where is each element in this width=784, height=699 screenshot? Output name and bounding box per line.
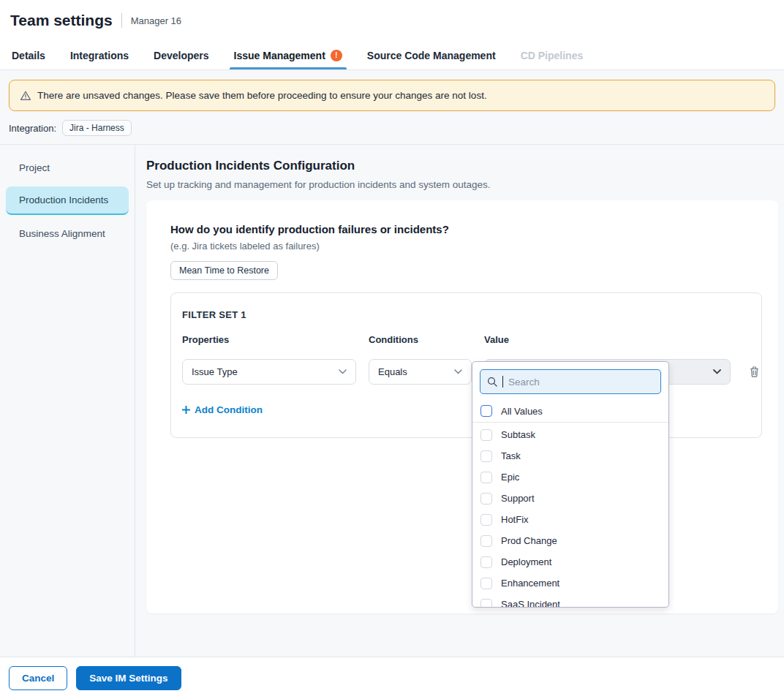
- option-subtask[interactable]: Subtask: [472, 424, 668, 445]
- conditions-column-label: Conditions: [369, 334, 472, 345]
- value-column-label: Value: [484, 334, 731, 345]
- option-checkbox[interactable]: [480, 514, 492, 526]
- incidents-config-card: How do you identify production failures …: [146, 200, 778, 613]
- team-name-label: Manager 16: [131, 15, 181, 26]
- tab-developers[interactable]: Developers: [152, 41, 210, 69]
- tab-integrations[interactable]: Integrations: [69, 41, 130, 69]
- section-subtitle: Set up tracking and management for produ…: [146, 179, 778, 190]
- option-checkbox[interactable]: [480, 556, 492, 568]
- dropdown-options-list: SubtaskTaskEpicSupportHotFixProd ChangeD…: [472, 424, 668, 608]
- tab-label: Source Code Management: [367, 50, 496, 61]
- option-epic[interactable]: Epic: [472, 466, 668, 488]
- sidebar-item-business-alignment[interactable]: Business Alignment: [6, 221, 129, 246]
- chevron-down-icon: [713, 369, 721, 374]
- option-task[interactable]: Task: [472, 445, 668, 466]
- integration-label: Integration:: [9, 123, 56, 134]
- option-checkbox[interactable]: [480, 472, 492, 483]
- settings-sidebar: ProjectProduction IncidentsBusiness Alig…: [0, 145, 135, 657]
- team-settings-page: Team settings Manager 16 DetailsIntegrat…: [0, 0, 784, 699]
- save-im-settings-button[interactable]: Save IM Settings: [76, 666, 181, 690]
- all-values-checkbox[interactable]: [480, 405, 492, 417]
- tab-source-code-management[interactable]: Source Code Management: [366, 41, 497, 69]
- option-enhancement[interactable]: Enhancement: [472, 573, 668, 594]
- question-heading: How do you identify production failures …: [170, 223, 762, 235]
- delete-condition-button[interactable]: [743, 359, 765, 385]
- add-condition-button[interactable]: Add Condition: [182, 404, 263, 415]
- option-checkbox[interactable]: [480, 599, 492, 608]
- add-condition-label: Add Condition: [195, 404, 263, 415]
- option-label: SaaS Incident: [501, 599, 560, 608]
- tab-issue-management[interactable]: Issue Management!: [233, 41, 344, 69]
- tab-label: Integrations: [70, 50, 129, 61]
- properties-column-label: Properties: [182, 334, 356, 345]
- plus-icon: [182, 406, 190, 414]
- option-label: Deployment: [501, 556, 551, 567]
- page-header: Team settings Manager 16: [0, 0, 784, 41]
- property-select[interactable]: Issue Type: [182, 359, 356, 385]
- filter-set-box: FILTER SET 1 Properties Conditions Value…: [170, 292, 762, 438]
- option-hotfix[interactable]: HotFix: [472, 509, 668, 530]
- tab-label: Issue Management: [234, 50, 325, 61]
- main-panel: Production Incidents Configuration Set u…: [135, 145, 784, 657]
- footer-bar: Cancel Save IM Settings: [0, 657, 784, 699]
- title-divider: [121, 13, 122, 28]
- value-dropdown-panel: Search All Values SubtaskTaskEpicSupport…: [472, 361, 669, 608]
- option-saas-incident[interactable]: SaaS Incident: [472, 594, 668, 608]
- alert-badge-icon: !: [331, 50, 342, 61]
- all-values-label: All Values: [501, 406, 543, 417]
- integration-chip[interactable]: Jira - Harness: [62, 120, 132, 136]
- option-checkbox[interactable]: [480, 578, 492, 589]
- option-label: HotFix: [501, 514, 529, 525]
- search-icon: [487, 377, 497, 387]
- metric-chip[interactable]: Mean Time to Restore: [170, 261, 278, 280]
- option-label: Support: [501, 493, 535, 504]
- tab-cd-pipelines: CD Pipelines: [519, 41, 585, 69]
- option-checkbox[interactable]: [480, 450, 492, 462]
- sidebar-item-project[interactable]: Project: [6, 155, 129, 181]
- option-checkbox[interactable]: [480, 535, 492, 547]
- tab-label: Developers: [154, 50, 208, 61]
- option-label: Task: [501, 450, 521, 461]
- unsaved-changes-banner: There are unsaved changes. Please save t…: [9, 80, 775, 111]
- option-label: Enhancement: [501, 578, 559, 589]
- option-support[interactable]: Support: [472, 488, 668, 509]
- section-title: Production Incidents Configuration: [146, 159, 778, 173]
- property-select-value: Issue Type: [192, 366, 238, 377]
- condition-select[interactable]: Equals: [369, 359, 472, 385]
- settings-body: ProjectProduction IncidentsBusiness Alig…: [0, 144, 784, 657]
- tab-details[interactable]: Details: [10, 41, 47, 69]
- option-label: Subtask: [501, 429, 535, 440]
- condition-select-value: Equals: [378, 366, 407, 377]
- option-all-values[interactable]: All Values: [472, 400, 668, 423]
- unsaved-changes-text: There are unsaved changes. Please save t…: [37, 90, 487, 101]
- tab-label: CD Pipelines: [521, 50, 584, 61]
- tab-bar: DetailsIntegrationsDevelopersIssue Manag…: [0, 41, 784, 70]
- filter-set-title: FILTER SET 1: [182, 309, 747, 320]
- option-deployment[interactable]: Deployment: [472, 551, 668, 573]
- text-cursor: [502, 376, 503, 388]
- dropdown-search-input[interactable]: Search: [480, 369, 661, 394]
- search-placeholder: Search: [508, 377, 540, 388]
- chevron-down-icon: [454, 369, 462, 374]
- option-prod-change[interactable]: Prod Change: [472, 530, 668, 551]
- integration-row: Integration: Jira - Harness: [0, 111, 784, 144]
- option-label: Epic: [501, 472, 519, 483]
- chevron-down-icon: [339, 369, 347, 374]
- question-hint: (e.g. Jira tickets labeled as failures): [170, 241, 762, 252]
- sidebar-item-production-incidents[interactable]: Production Incidents: [6, 186, 129, 215]
- warning-triangle-icon: [20, 90, 31, 102]
- option-checkbox[interactable]: [480, 493, 492, 505]
- cancel-button[interactable]: Cancel: [9, 666, 67, 690]
- page-title: Team settings: [10, 12, 113, 29]
- option-checkbox[interactable]: [480, 429, 492, 441]
- option-label: Prod Change: [501, 535, 557, 546]
- content-area: There are unsaved changes. Please save t…: [0, 70, 784, 657]
- tab-label: Details: [12, 50, 45, 61]
- trash-icon: [749, 366, 760, 378]
